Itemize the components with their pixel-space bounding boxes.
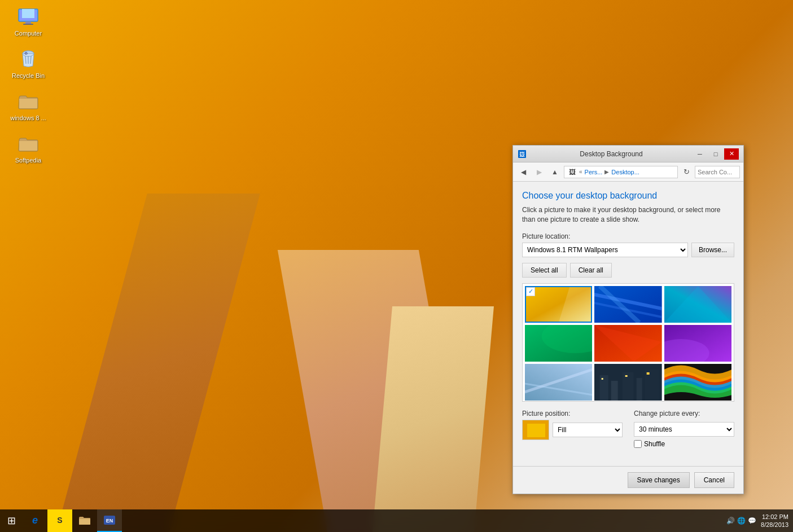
taskbar-system-icons: 🔊 🌐 💬 <box>726 517 756 525</box>
breadcrumb: 🖼 « Pers... ▶ Desktop... <box>564 166 678 178</box>
up-button[interactable]: ▲ <box>548 165 562 179</box>
picture-location-label: Picture location: <box>522 232 734 240</box>
back-button[interactable]: ◀ <box>516 165 530 179</box>
save-changes-button[interactable]: Save changes <box>628 472 690 488</box>
close-button[interactable]: ✕ <box>724 148 739 160</box>
position-row: Fill Fit Stretch Tile Center <box>522 420 623 440</box>
wallpaper-thumb-5[interactable] <box>594 325 661 362</box>
desktop-icon-area: Computer ♻ Recycle Bin <box>6 6 51 164</box>
cancel-button[interactable]: Cancel <box>694 472 734 488</box>
svg-rect-2 <box>22 9 34 18</box>
softpedia-label: Softpedia <box>15 157 41 164</box>
wallpaper-thumb-4[interactable] <box>525 325 592 362</box>
position-preview <box>522 420 549 440</box>
wallpaper-thumb-9[interactable] <box>664 364 731 401</box>
breadcrumb-icon: 🖼 <box>568 168 577 177</box>
desktop-icon-windows8[interactable]: windows 8 ... <box>6 90 51 121</box>
breadcrumb-part-2[interactable]: Desktop... <box>611 169 639 175</box>
clock-time: 12:02 PM <box>761 513 788 521</box>
dialog-title: Desktop Background <box>530 150 693 158</box>
bottom-controls: Picture position: Fill Fit Stretch <box>522 410 734 448</box>
browse-button[interactable]: Browse... <box>691 243 734 257</box>
title-bar: 🖼 Desktop Background ─ □ ✕ <box>513 146 743 162</box>
svg-rect-38 <box>527 424 545 437</box>
desktop: Computer ♻ Recycle Bin <box>0 0 793 532</box>
taskbar-clock: 12:02 PM 8/28/2013 <box>761 513 788 529</box>
dialog-icon: 🖼 <box>518 150 527 159</box>
picture-position-label: Picture position: <box>522 410 623 417</box>
change-picture-section: Change picture every: 30 minutes 10 seco… <box>634 410 734 448</box>
action-row: Select all Clear all <box>522 263 734 278</box>
softpedia-icon <box>17 133 40 155</box>
position-select[interactable]: Fill Fit Stretch Tile Center <box>553 423 623 437</box>
wallpaper-grid: ✓ <box>523 284 734 402</box>
computer-icon <box>17 6 40 28</box>
wallpaper-thumb-8[interactable] <box>594 364 661 401</box>
computer-label: Computer <box>15 30 42 37</box>
wallpaper-thumb-6[interactable] <box>664 325 731 362</box>
svg-rect-33 <box>602 378 603 380</box>
shuffle-checkbox[interactable] <box>634 440 642 448</box>
location-select[interactable]: Windows 8.1 RTM Wallpapers <box>522 243 688 257</box>
clear-button[interactable]: Clear all <box>570 263 612 278</box>
volume-icon: 🔊 <box>726 517 735 525</box>
svg-rect-28 <box>600 375 608 401</box>
taskbar-items: e S EN <box>23 509 726 532</box>
select-all-button[interactable]: Select all <box>522 263 567 278</box>
svg-text:♻: ♻ <box>24 51 28 55</box>
wallpaper-thumb-7[interactable] <box>525 364 592 401</box>
restore-button[interactable]: □ <box>708 148 723 160</box>
svg-rect-34 <box>625 375 628 377</box>
desktop-icon-softpedia[interactable]: Softpedia <box>6 133 51 164</box>
interval-select[interactable]: 30 minutes 10 seconds 1 minute 10 minute… <box>634 422 734 437</box>
search-input[interactable] <box>695 166 740 178</box>
taskbar: ⊞ e S EN 🔊 🌐 💬 <box>0 509 793 532</box>
title-bar-buttons: ─ □ ✕ <box>693 148 739 160</box>
svg-rect-30 <box>623 372 634 401</box>
desktop-shape-1 <box>56 194 260 532</box>
windows8-label: windows 8 ... <box>10 115 46 121</box>
wallpaper-thumb-3[interactable] <box>664 286 731 323</box>
section-description: Click a picture to make it your desktop … <box>522 205 734 225</box>
svg-text:🖼: 🖼 <box>519 151 525 157</box>
svg-rect-4 <box>23 24 33 25</box>
taskbar-explorer[interactable] <box>72 509 97 532</box>
picture-position-section: Picture position: Fill Fit Stretch <box>522 410 623 440</box>
svg-text:EN: EN <box>106 518 113 524</box>
clock-date: 8/28/2013 <box>761 521 788 529</box>
picture-location-row: Windows 8.1 RTM Wallpapers Browse... <box>522 243 734 257</box>
svg-rect-29 <box>611 381 618 401</box>
shuffle-label: Shuffle <box>644 440 665 448</box>
svg-rect-35 <box>647 372 650 375</box>
notification-icon: 💬 <box>748 517 756 525</box>
svg-rect-31 <box>637 378 642 401</box>
wallpaper-grid-container: ✓ <box>522 283 734 402</box>
refresh-button[interactable]: ↻ <box>680 166 693 178</box>
wallpaper-thumb-1[interactable]: ✓ <box>525 286 592 323</box>
taskbar-language[interactable]: EN <box>97 509 122 532</box>
desktop-icon-computer[interactable]: Computer <box>6 6 51 37</box>
svg-rect-3 <box>25 21 31 24</box>
dialog-footer: Save changes Cancel <box>513 466 743 494</box>
section-heading: Choose your desktop background <box>522 191 734 201</box>
network-icon: 🌐 <box>737 517 746 525</box>
change-picture-label: Change picture every: <box>634 410 734 417</box>
start-button[interactable]: ⊞ <box>0 509 23 532</box>
windows8-folder-icon <box>17 90 40 113</box>
svg-marker-11 <box>559 286 593 323</box>
breadcrumb-part-1[interactable]: Pers... <box>585 169 603 175</box>
taskbar-right: 🔊 🌐 💬 12:02 PM 8/28/2013 <box>726 513 793 529</box>
dialog-window: 🖼 Desktop Background ─ □ ✕ ◀ ▶ ▲ 🖼 « Per… <box>512 145 744 494</box>
taskbar-softpedia[interactable]: S <box>47 509 72 532</box>
minimize-button[interactable]: ─ <box>693 148 707 160</box>
recycle-bin-label: Recycle Bin <box>12 72 45 79</box>
desktop-shape-3 <box>373 306 494 532</box>
desktop-icon-recycle[interactable]: ♻ Recycle Bin <box>6 48 51 79</box>
dialog-content: Choose your desktop background Click a p… <box>513 182 743 466</box>
nav-bar: ◀ ▶ ▲ 🖼 « Pers... ▶ Desktop... ↻ <box>513 162 743 182</box>
shuffle-row: Shuffle <box>634 440 734 448</box>
forward-button[interactable]: ▶ <box>532 165 546 179</box>
wallpaper-thumb-2[interactable] <box>594 286 661 323</box>
taskbar-ie[interactable]: e <box>23 509 47 532</box>
recycle-bin-icon: ♻ <box>17 48 40 71</box>
